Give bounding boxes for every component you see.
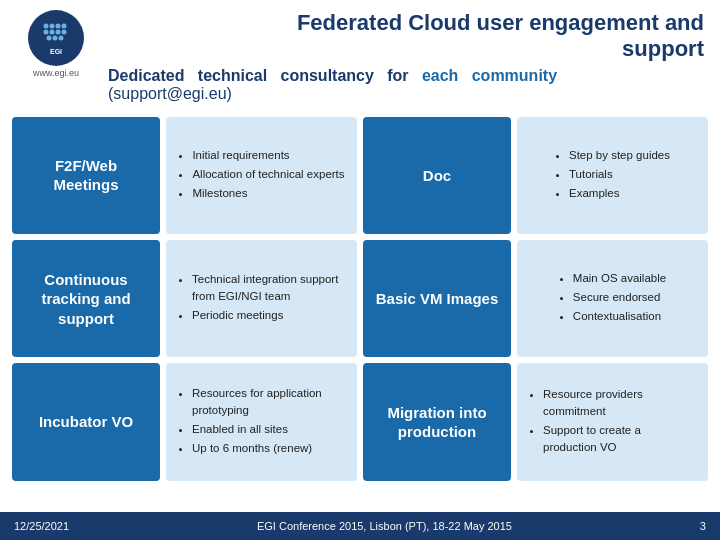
list-item: Enabled in all sites	[192, 421, 345, 438]
label-basic-vm: Basic VM Images	[363, 240, 511, 357]
svg-point-4	[62, 24, 67, 29]
list-item: Resources for application prototyping	[192, 385, 345, 420]
bullets-doc: Step by step guides Tutorials Examples	[517, 117, 708, 234]
list-item: Milestones	[192, 185, 344, 202]
doc-list: Step by step guides Tutorials Examples	[555, 147, 670, 205]
list-item: Allocation of technical experts	[192, 166, 344, 183]
bullets-f2f: Initial requirements Allocation of techn…	[166, 117, 357, 234]
list-item: Periodic meetings	[192, 307, 345, 324]
label-migration: Migration into production	[363, 363, 511, 480]
svg-text:EGI: EGI	[50, 48, 62, 55]
footer-page: 3	[700, 520, 706, 532]
migration-list: Resource providers commitment Support to…	[529, 386, 696, 459]
list-item: Contextualisation	[573, 308, 666, 325]
list-item: Tutorials	[569, 166, 670, 183]
footer-date: 12/25/2021	[14, 520, 69, 532]
header: EGI www.egi.eu Federated Cloud user enga…	[0, 0, 720, 109]
logo-url: www.egi.eu	[33, 68, 79, 78]
label-incubator: Incubator VO	[12, 363, 160, 480]
svg-point-8	[62, 30, 67, 35]
basic-vm-list: Main OS available Secure endorsed Contex…	[559, 270, 666, 328]
list-item: Secure endorsed	[573, 289, 666, 306]
label-f2f: F2F/Web Meetings	[12, 117, 160, 234]
svg-point-11	[59, 36, 64, 41]
incubator-list: Resources for application prototyping En…	[178, 385, 345, 460]
svg-point-6	[50, 30, 55, 35]
footer: 12/25/2021 EGI Conference 2015, Lisbon (…	[0, 512, 720, 540]
svg-point-10	[53, 36, 58, 41]
list-item: Technical integration support from EGI/N…	[192, 271, 345, 306]
list-item: Up to 6 months (renew)	[192, 440, 345, 457]
list-item: Resource providers commitment	[543, 386, 696, 421]
continuous-list: Technical integration support from EGI/N…	[178, 271, 345, 327]
bullets-continuous: Technical integration support from EGI/N…	[166, 240, 357, 357]
list-item: Main OS available	[573, 270, 666, 287]
bullets-basic-vm: Main OS available Secure endorsed Contex…	[517, 240, 708, 357]
list-item: Initial requirements	[192, 147, 344, 164]
title-area: Federated Cloud user engagement and supp…	[108, 10, 704, 103]
svg-point-2	[50, 24, 55, 29]
svg-point-5	[44, 30, 49, 35]
bullets-migration: Resource providers commitment Support to…	[517, 363, 708, 480]
svg-point-7	[56, 30, 61, 35]
svg-point-1	[44, 24, 49, 29]
svg-point-3	[56, 24, 61, 29]
label-doc: Doc	[363, 117, 511, 234]
f2f-list: Initial requirements Allocation of techn…	[178, 147, 344, 205]
subtitle: Dedicated technical consultancy for each…	[108, 67, 704, 103]
list-item: Support to create a production VO	[543, 422, 696, 457]
list-item: Examples	[569, 185, 670, 202]
main-title: Federated Cloud user engagement and supp…	[108, 10, 704, 63]
egi-logo: EGI	[28, 10, 84, 66]
footer-event: EGI Conference 2015, Lisbon (PT), 18-22 …	[257, 520, 512, 532]
main-grid: F2F/Web Meetings Initial requirements Al…	[0, 109, 720, 489]
bullets-incubator: Resources for application prototyping En…	[166, 363, 357, 480]
list-item: Step by step guides	[569, 147, 670, 164]
logo-area: EGI www.egi.eu	[16, 10, 96, 78]
label-continuous: Continuous tracking and support	[12, 240, 160, 357]
svg-point-9	[47, 36, 52, 41]
